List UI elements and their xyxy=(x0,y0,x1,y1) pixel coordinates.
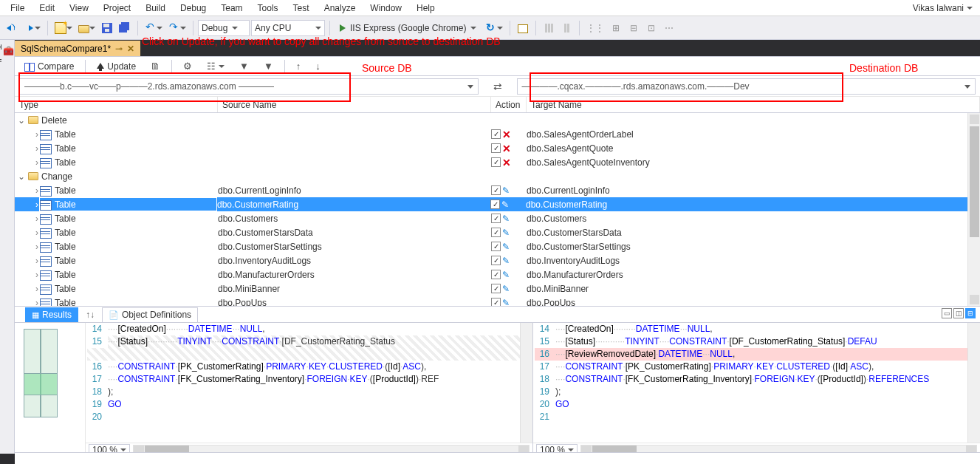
menu-build[interactable]: Build xyxy=(138,1,173,15)
align-group-1[interactable] xyxy=(541,20,557,36)
menu-edit[interactable]: Edit xyxy=(32,1,62,15)
tab-nav-buttons[interactable]: ↑↓ xyxy=(86,310,95,320)
menu-test[interactable]: Test xyxy=(286,1,317,15)
menu-window[interactable]: Window xyxy=(363,1,409,15)
table-row[interactable]: › Table dbo.MiniBanner ✓✎ dbo.MiniBanner xyxy=(15,282,980,296)
object-definitions-tab[interactable]: 📄Object Definitions xyxy=(102,307,198,322)
nav-back-button[interactable] xyxy=(3,20,19,36)
nav-forward-button[interactable] xyxy=(21,20,43,36)
table-row[interactable]: › Table dbo.CurrentLoginInfo ✓✎ dbo.Curr… xyxy=(15,183,980,197)
menu-team[interactable]: Team xyxy=(213,1,250,15)
group-delete[interactable]: ⌄ Delete xyxy=(15,113,980,127)
document-tab[interactable]: SqlSchemaCompare1* ⊸ ✕ xyxy=(15,41,140,56)
action-checkbox[interactable]: ✓ xyxy=(491,298,501,307)
expand-icon[interactable]: › xyxy=(15,270,40,280)
expand-icon[interactable]: › xyxy=(15,199,40,210)
new-project-button[interactable] xyxy=(52,20,75,36)
source-code[interactable]: 14····[CreatedOn]·········DATETIME···NUL… xyxy=(86,323,532,443)
action-checkbox[interactable]: ✓ xyxy=(491,157,501,167)
group-button[interactable]: ☷ xyxy=(200,58,231,75)
expand-icon[interactable]: › xyxy=(15,256,40,266)
view-mode-1[interactable]: ▭ xyxy=(942,308,952,318)
menu-project[interactable]: Project xyxy=(96,1,138,15)
misc-button-2[interactable]: ⊞ xyxy=(608,20,624,36)
table-row[interactable]: › Table dbo.Customers ✓✎ dbo.Customers xyxy=(15,211,980,225)
prev-diff-button[interactable]: ↑ xyxy=(289,58,308,75)
source-connection-dropdown[interactable]: ————b.c——vc——p———2.rds.amazonaws.com ———… xyxy=(19,78,479,95)
column-type[interactable]: Type xyxy=(15,97,218,112)
menu-help[interactable]: Help xyxy=(409,1,442,15)
expand-icon[interactable]: › xyxy=(15,284,40,294)
action-checkbox[interactable]: ✓ xyxy=(491,270,501,279)
user-name[interactable]: Vikas lalwani xyxy=(913,3,977,13)
action-checkbox[interactable]: ✓ xyxy=(491,129,501,139)
target-code[interactable]: 14····[CreatedOn]·········DATETIME···NUL… xyxy=(533,323,980,443)
table-row[interactable]: › Table dbo.PopUps ✓✎ dbo.PopUps xyxy=(15,296,980,307)
table-row[interactable]: › Table dbo.InventoryAuditLogs ✓✎ dbo.In… xyxy=(15,253,980,267)
table-row[interactable]: › Table dbo.CustomerStarSettings ✓✎ dbo.… xyxy=(15,239,980,253)
redo-button[interactable] xyxy=(166,20,188,36)
configuration-dropdown[interactable]: Debug xyxy=(198,20,250,36)
misc-button-3[interactable]: ⊟ xyxy=(626,20,642,36)
compare-button[interactable]: Compare xyxy=(18,58,80,75)
misc-button-1[interactable]: ⋮⋮ xyxy=(584,20,606,36)
open-button[interactable] xyxy=(76,20,97,36)
misc-button-4[interactable]: ⊡ xyxy=(643,20,659,36)
table-row[interactable]: › Table dbo.CustomerRating ✓✎ dbo.Custom… xyxy=(15,197,980,211)
expand-icon[interactable]: › xyxy=(15,185,40,196)
toolbox-panel-tab[interactable]: 🧰 Toolbox xyxy=(0,40,15,454)
view-mode-3[interactable]: ⊟ xyxy=(965,308,976,318)
filter-button[interactable]: ▼ xyxy=(233,58,256,75)
expand-icon[interactable]: ⌄ xyxy=(15,171,28,182)
action-checkbox[interactable]: ✓ xyxy=(491,242,501,251)
expand-icon[interactable]: › xyxy=(15,228,40,238)
expand-icon[interactable]: › xyxy=(15,143,40,154)
run-button[interactable]: IIS Express (Google Chrome) xyxy=(335,20,482,36)
step-button[interactable] xyxy=(515,20,531,36)
menu-debug[interactable]: Debug xyxy=(173,1,213,15)
action-checkbox[interactable]: ✓ xyxy=(491,214,501,223)
expand-icon[interactable]: › xyxy=(15,214,40,224)
expand-icon[interactable]: › xyxy=(15,242,40,252)
column-target-name[interactable]: Target Name xyxy=(527,97,980,112)
action-checkbox[interactable]: ✓ xyxy=(491,185,501,195)
platform-dropdown[interactable]: Any CPU xyxy=(251,20,325,36)
table-row[interactable]: › Table ✓✕ dbo.SalesAgentQuoteInventory xyxy=(15,155,980,169)
save-button[interactable] xyxy=(99,20,115,36)
options-button[interactable]: ⚙ xyxy=(177,58,199,75)
results-grid[interactable]: ⌄ Delete › Table ✓✕ dbo.SalesAgentOrderL… xyxy=(15,113,980,307)
view-mode-2[interactable]: ◫ xyxy=(953,308,964,318)
vertical-scrollbar[interactable] xyxy=(520,323,532,443)
filter2-button[interactable]: ▼ xyxy=(257,58,280,75)
update-button[interactable]: Update xyxy=(90,58,143,75)
table-row[interactable]: › Table ✓✕ dbo.SalesAgentOrderLabel xyxy=(15,127,980,141)
menu-file[interactable]: File xyxy=(3,1,32,15)
menu-analyze[interactable]: Analyze xyxy=(317,1,363,15)
close-icon[interactable]: ✕ xyxy=(127,44,134,54)
grid-scrollbar[interactable] xyxy=(967,113,980,306)
next-diff-button[interactable]: ↓ xyxy=(309,58,327,75)
diff-overview-gutter[interactable] xyxy=(15,323,86,456)
destination-connection-dropdown[interactable]: ————.cqcax.————.rds.amazonaws.com.———Dev xyxy=(517,78,976,95)
align-group-2[interactable] xyxy=(558,20,575,36)
undo-button[interactable] xyxy=(143,20,165,36)
table-row[interactable]: › Table dbo.CustomerStarsData ✓✎ dbo.Cus… xyxy=(15,225,980,239)
action-checkbox[interactable]: ✓ xyxy=(491,143,501,153)
action-checkbox[interactable]: ✓ xyxy=(491,256,501,265)
action-checkbox[interactable]: ✓ xyxy=(490,199,500,209)
expand-icon[interactable]: ⌄ xyxy=(15,115,28,126)
expand-icon[interactable]: › xyxy=(15,129,40,140)
generate-script-button[interactable]: 🗎 xyxy=(144,58,167,75)
group-change[interactable]: ⌄ Change xyxy=(15,169,980,183)
menu-tools[interactable]: Tools xyxy=(250,1,286,15)
menu-view[interactable]: View xyxy=(62,1,96,15)
table-row[interactable]: › Table ✓✕ dbo.SalesAgentQuote xyxy=(15,141,980,155)
pin-icon[interactable]: ⊸ xyxy=(115,44,123,54)
column-action[interactable]: Action xyxy=(491,97,527,112)
misc-button-5[interactable]: ⋯ xyxy=(661,20,677,36)
expand-icon[interactable]: › xyxy=(15,298,40,307)
browser-refresh-button[interactable] xyxy=(483,20,505,36)
vertical-scrollbar[interactable] xyxy=(967,323,980,443)
swap-button[interactable]: ⇄ xyxy=(483,81,513,92)
action-checkbox[interactable]: ✓ xyxy=(491,284,501,293)
